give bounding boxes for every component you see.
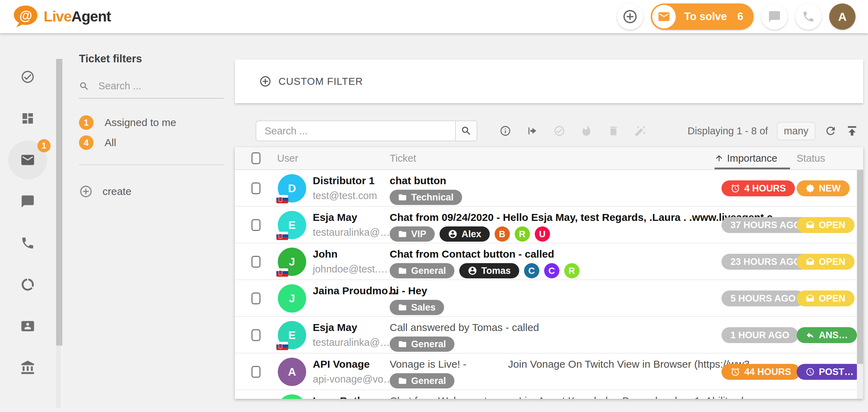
status-label: ANS… [819,330,848,341]
sidebar-item-calls[interactable] [0,222,55,264]
list-scrollbar-thumb[interactable] [857,170,863,364]
status-label: OPEN [819,220,845,231]
to-solve-count: 6 [737,10,743,23]
ticket-row[interactable]: J Jaina Proudmo… hi - Hey Sales 5 HOURS … [235,280,863,317]
sidebar-item-departments[interactable] [0,347,55,388]
row-checkbox[interactable] [251,219,260,231]
liveagent-logo-icon: @ [12,5,39,28]
ticket-row[interactable]: E Esja Maytestauralinka@… Chat from 09/2… [235,207,863,243]
info-button[interactable] [499,125,511,137]
filter-item-assigned-to-me[interactable]: 1 Assigned to me [79,113,228,133]
arrow-to-top-icon [846,125,858,137]
filter-item-all[interactable]: 4 All [79,133,228,153]
row-checkbox[interactable] [251,293,260,304]
add-new-button[interactable] [617,3,643,30]
refresh-button[interactable] [824,125,837,137]
filters-search-input[interactable]: Search ... [98,80,141,92]
scroll-to-top-button[interactable] [846,125,858,137]
filter-item-label: All [105,137,116,149]
column-header-importance[interactable]: Importance [715,153,777,164]
initial-tag-letter: R [519,229,525,240]
transfer-arrow-icon [526,125,538,137]
tag-label: General [411,339,446,350]
initial-tag: R [564,263,579,278]
initial-tag: C [544,263,559,278]
sidebar-scrollbar[interactable] [56,59,62,408]
status-badge: NEW [797,180,850,196]
brand-name: LiveAgent [44,8,111,25]
calls-icon [20,236,35,250]
delete-button[interactable] [608,125,619,137]
avatar-initial: A [288,366,296,378]
status-badge: OPEN [797,254,854,270]
calls-quick-button[interactable] [795,3,822,30]
create-label: create [103,186,131,197]
to-solve-button[interactable]: To solve 6 [651,3,754,30]
ticket-row[interactable]: J Johnjohndoe@test.… Chat from Contact b… [235,243,863,280]
row-checkbox[interactable] [251,366,260,378]
folder-icon [398,340,407,349]
sort-active-underline [715,168,790,169]
star-burst-icon [806,184,815,193]
reply-arrow-icon [806,331,815,340]
contact-email: testauralinka@… [313,337,387,348]
search-icon [461,125,472,136]
list-scrollbar[interactable] [857,170,863,399]
ticket-row[interactable]: A API Vonageapi-vonage@vo… Vonage is Liv… [235,353,863,390]
tickets-count-badge: 1 [37,139,51,152]
sidebar-item-contacts[interactable] [0,305,55,347]
contact-name: Esja May [313,212,387,223]
folder-icon [398,303,407,312]
divider [79,164,224,165]
avatar [278,394,306,399]
resolve-button[interactable] [553,125,565,137]
importance-badge: 1 HOUR AGO [721,327,798,343]
row-checkbox[interactable] [251,329,260,341]
sidebar-item-tasks[interactable] [0,56,55,98]
slovakia-flag-icon [276,232,288,240]
folder-icon [398,230,407,239]
importance-badge: 44 HOURS [721,364,800,380]
displaying-count-chip[interactable]: many [777,122,815,140]
avatar: D [278,174,306,203]
spam-button[interactable] [581,125,592,137]
plus-circle-icon [259,75,272,88]
ticket-row[interactable]: E Esja Maytestauralinka@… Call answered … [235,317,863,353]
sidebar-item-chats[interactable] [0,181,55,222]
contact-name: Distributor 1 [313,175,387,187]
department-tag: General [390,373,454,388]
row-checkbox[interactable] [251,182,260,194]
status-label: OPEN [819,257,845,267]
initial-tag: C [524,263,539,278]
sidebar-item-dashboard[interactable] [0,98,55,139]
sidebar-item-tickets[interactable]: 1 [0,139,55,181]
initial-tag-letter: B [499,229,505,240]
ticket-row[interactable]: Lena Butler Chat from Welcome to your Li… [235,390,863,399]
custom-filter-button[interactable]: CUSTOM FILTER [235,60,863,103]
row-checkbox[interactable] [251,256,260,268]
column-header-status[interactable]: Status [797,153,825,164]
ticket-row[interactable]: D Distributor 1test@test.com chat button… [235,170,863,207]
column-header-importance-label: Importance [727,153,777,164]
contact-name: Jaina Proudmo… [313,285,387,297]
department-tag: Sales [390,300,444,315]
sidebar-scrollbar-thumb[interactable] [56,59,62,346]
slovakia-flag-icon [276,342,288,350]
refresh-icon [824,125,837,137]
plus-circle-icon [622,9,638,25]
ticket-search-input[interactable] [256,121,455,141]
tasks-icon [20,70,35,84]
transfer-button[interactable] [526,125,538,137]
select-all-checkbox[interactable] [251,152,260,164]
importance-badge: 5 HOURS AGO [721,290,805,306]
importance-label: 44 HOURS [744,367,791,377]
sidebar-item-online-visitors[interactable] [0,264,55,305]
user-avatar[interactable]: A [829,3,856,30]
initial-tag: R [515,226,530,242]
importance-label: 1 HOUR AGO [730,330,789,341]
filters-search-row[interactable]: Search ... [79,80,224,99]
create-filter-button[interactable]: create [79,185,228,198]
search-submit-button[interactable] [455,121,477,141]
chats-quick-button[interactable] [761,3,788,30]
bulk-actions-button[interactable] [635,125,646,137]
